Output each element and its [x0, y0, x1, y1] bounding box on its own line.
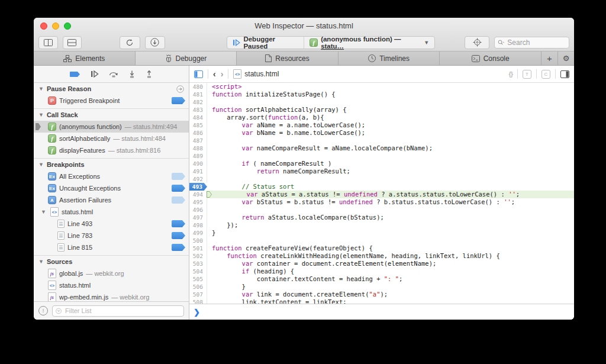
columns-icon — [44, 39, 53, 46]
inspector-settings-button[interactable]: ⚙ — [558, 51, 574, 65]
line-number[interactable]: 485 — [189, 121, 207, 129]
line-number[interactable]: 497 — [189, 214, 207, 221]
line-number[interactable]: 487 — [189, 137, 207, 144]
line-number[interactable]: 491 — [189, 167, 207, 175]
code-line: 492 — [189, 175, 574, 183]
toggle-right-sidebar-icon[interactable] — [560, 70, 569, 78]
bug-icon — [165, 54, 172, 62]
filter-input[interactable] — [64, 307, 180, 315]
function-selector-link[interactable]: statu… — [321, 43, 344, 50]
tab-debugger[interactable]: Debugger — [136, 51, 237, 65]
list-item[interactable]: fdisplayFeatures — status.html:816 — [34, 144, 189, 156]
line-number[interactable]: 490 — [189, 160, 207, 167]
breakpoint-flag-icon[interactable] — [172, 220, 185, 227]
line-number[interactable]: 482 — [189, 98, 207, 106]
line-number[interactable]: 498 — [189, 221, 207, 229]
list-item[interactable]: PTriggered Breakpoint — [34, 95, 189, 107]
line-number[interactable]: 481 — [189, 91, 207, 98]
toggle-left-sidebar-button[interactable] — [38, 36, 58, 49]
list-item[interactable]: Line 783 — [34, 230, 189, 241]
line-number[interactable]: 504 — [189, 268, 207, 275]
tab-elements[interactable]: Elements — [34, 51, 136, 65]
search-field[interactable] — [494, 37, 569, 49]
line-number[interactable]: 499 — [189, 229, 207, 237]
add-tab-button[interactable]: + — [541, 51, 558, 65]
line-number[interactable]: 506 — [189, 283, 207, 291]
line-number[interactable]: 496 — [189, 206, 207, 214]
line-number[interactable]: 486 — [189, 129, 207, 137]
line-number[interactable]: 484 — [189, 114, 207, 121]
section-header[interactable]: ▼Breakpoints — [34, 159, 189, 170]
minimize-window-button[interactable] — [52, 22, 59, 30]
step-into-button[interactable] — [128, 70, 136, 78]
list-item[interactable]: fsortAlphabetically — status.html:484 — [34, 133, 189, 144]
breakpoint-flag-icon[interactable] — [172, 197, 185, 204]
code-coverage-icon[interactable]: C — [541, 70, 550, 79]
line-number[interactable]: 495 — [189, 198, 207, 206]
debugger-paused-button[interactable]: Debugger Paused — [227, 37, 304, 49]
show-sidebar-icon[interactable] — [194, 70, 203, 78]
line-number[interactable]: 494 — [189, 191, 207, 198]
section-header[interactable]: ▼Sources — [34, 256, 189, 268]
exception-breakpoint-icon: Ex — [48, 172, 56, 181]
line-number[interactable]: 502 — [189, 252, 207, 260]
current-function-dropdown[interactable]: f (anonymous function) — statu… ▼ — [304, 37, 434, 49]
pretty-print-icon[interactable]: {} — [508, 70, 512, 78]
breakpoint-flag-icon[interactable] — [172, 244, 185, 251]
line-number[interactable]: 500 — [189, 237, 207, 244]
list-item[interactable]: f(anonymous function) — status.html:494 — [34, 121, 189, 133]
pause-resume-button[interactable] — [91, 70, 99, 78]
list-item[interactable]: AAssertion Failures — [34, 194, 189, 206]
line-number-breakpoint[interactable]: 493 — [189, 183, 207, 191]
list-item[interactable]: ExUncaught Exceptions — [34, 182, 189, 194]
line-number[interactable]: 501 — [189, 244, 207, 252]
line-number[interactable]: 489 — [189, 152, 207, 160]
line-number[interactable]: 488 — [189, 144, 207, 152]
list-item[interactable]: ExAll Exceptions — [34, 170, 189, 182]
code-line: 483function sortAlphabetically(array) { — [189, 106, 574, 114]
section-header[interactable]: ▼Pause Reason — [34, 83, 189, 95]
breadcrumb-file[interactable]: <> status.html — [233, 69, 279, 79]
toggle-split-console-button[interactable] — [63, 36, 82, 49]
reload-page-button[interactable] — [120, 36, 140, 49]
tab-resources[interactable]: Resources — [237, 51, 339, 65]
step-out-button[interactable] — [146, 70, 153, 78]
code-line: 482 — [189, 98, 574, 106]
list-item[interactable]: Line 815 — [34, 241, 189, 253]
breakpoint-flag-icon[interactable] — [172, 232, 185, 239]
pause-resume-icon — [91, 70, 99, 78]
element-picker-button[interactable] — [465, 36, 489, 49]
breakpoint-flag-icon[interactable] — [172, 173, 185, 180]
line-number[interactable]: 483 — [189, 106, 207, 114]
list-item[interactable]: <>status.html — [34, 279, 189, 291]
back-button[interactable]: ‹ — [213, 70, 216, 78]
quick-console[interactable]: ❯ — [189, 304, 574, 320]
download-web-archive-button[interactable] — [145, 36, 165, 49]
tab-timelines[interactable]: Timelines — [339, 51, 440, 65]
filter-field[interactable] — [52, 305, 184, 317]
line-number[interactable]: 505 — [189, 275, 207, 283]
list-item[interactable]: ▼<>status.html — [34, 206, 189, 218]
toggle-breakpoints-button[interactable] — [70, 71, 80, 78]
list-item[interactable]: jsglobal.js — webkit.org — [34, 268, 189, 279]
line-number[interactable]: 507 — [189, 291, 207, 298]
type-profiler-icon[interactable]: T — [523, 70, 531, 79]
line-number[interactable]: 508 — [189, 298, 207, 304]
exception-breakpoint-icon: A — [48, 196, 56, 204]
code-text: <script> — [207, 83, 574, 91]
line-number[interactable]: 503 — [189, 260, 207, 268]
section-header[interactable]: ▼Call Stack — [34, 109, 189, 121]
breakpoint-flag-icon[interactable] — [172, 97, 185, 104]
close-window-button[interactable] — [40, 22, 47, 30]
list-item[interactable]: jswp-embed.min.js — webkit.org — [34, 291, 189, 301]
forward-button[interactable]: › — [221, 70, 224, 78]
line-number[interactable]: 492 — [189, 175, 207, 183]
search-input[interactable] — [506, 38, 566, 47]
issues-toggle-icon[interactable]: ! — [38, 306, 48, 315]
list-item[interactable]: Line 493 — [34, 218, 189, 230]
zoom-window-button[interactable] — [64, 22, 71, 30]
step-over-button[interactable] — [109, 70, 118, 78]
breakpoint-flag-icon[interactable] — [172, 185, 185, 192]
line-number[interactable]: 480 — [189, 83, 207, 91]
tab-console[interactable]: Console — [440, 51, 541, 65]
